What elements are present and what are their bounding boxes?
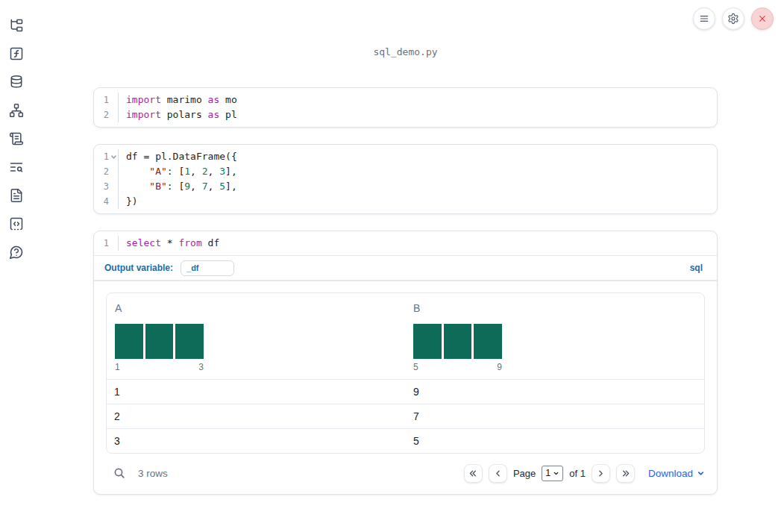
fold-chevron-icon bbox=[110, 154, 117, 160]
line-number: 1 bbox=[104, 236, 109, 251]
sidebar-item-file-explorer[interactable] bbox=[8, 17, 25, 34]
sidebar-item-data-sources[interactable] bbox=[8, 74, 25, 90]
chevrons-left-icon bbox=[468, 469, 478, 478]
close-x-icon bbox=[756, 13, 768, 25]
sidebar-item-scratchpad[interactable] bbox=[8, 131, 25, 147]
table-cell: 7 bbox=[405, 410, 704, 422]
line-number: 4 bbox=[104, 194, 109, 209]
download-label: Download bbox=[648, 468, 693, 479]
first-page-button[interactable] bbox=[464, 464, 483, 483]
cell-sql[interactable]: 1select * from df Output variable: sql A… bbox=[93, 231, 718, 495]
sidebar-item-snippets[interactable] bbox=[8, 216, 25, 232]
next-page-button[interactable] bbox=[592, 464, 610, 483]
line-number-gutter: 2 bbox=[94, 107, 119, 122]
fold-slot bbox=[109, 107, 118, 122]
code-line[interactable]: 4}) bbox=[94, 194, 717, 209]
code-text: import marimo as mo bbox=[119, 93, 237, 107]
table-row[interactable]: 35 bbox=[107, 428, 704, 453]
notebook-area: sql_demo.py 1import marimo as mo2import … bbox=[33, 0, 778, 495]
sql-editor[interactable]: 1select * from df bbox=[94, 231, 717, 255]
chevrons-right-icon bbox=[621, 469, 630, 478]
code-text: }) bbox=[119, 194, 138, 209]
code-text: "A": [1, 2, 3], bbox=[119, 164, 237, 179]
chevron-down-icon bbox=[697, 469, 705, 478]
file-text-icon bbox=[9, 188, 24, 203]
sidebar-item-documentation[interactable] bbox=[8, 187, 25, 204]
line-number: 1 bbox=[104, 149, 109, 164]
network-icon bbox=[9, 103, 24, 118]
cell-dataframe[interactable]: 1df = pl.DataFrame({2 "A": [1, 2, 3],3 "… bbox=[93, 144, 718, 214]
table-cell: 1 bbox=[107, 386, 405, 398]
last-page-button[interactable] bbox=[616, 464, 635, 483]
histogram-bar bbox=[474, 324, 502, 359]
chevron-left-icon bbox=[493, 469, 503, 478]
line-number: 2 bbox=[104, 164, 109, 179]
code-line[interactable]: 2 "A": [1, 2, 3], bbox=[94, 164, 717, 179]
table-body: 192735 bbox=[107, 379, 704, 453]
notebook-controls bbox=[693, 7, 774, 30]
code-editor[interactable]: 1import marimo as mo2import polars as pl bbox=[94, 88, 717, 127]
sidebar-item-logs[interactable] bbox=[8, 159, 25, 175]
menu-button[interactable] bbox=[693, 7, 715, 30]
histogram-bar bbox=[444, 324, 472, 359]
cell-imports[interactable]: 1import marimo as mo2import polars as pl bbox=[93, 87, 718, 128]
column-header-b[interactable]: B 5 9 bbox=[405, 293, 704, 379]
code-line[interactable]: 1df = pl.DataFrame({ bbox=[94, 149, 717, 164]
histogram-bar bbox=[145, 324, 174, 359]
code-text: df = pl.DataFrame({ bbox=[119, 149, 237, 164]
column-label: B bbox=[413, 302, 704, 314]
table-cell: 3 bbox=[107, 435, 405, 447]
code-line[interactable]: 1import marimo as mo bbox=[94, 93, 717, 107]
page-select[interactable]: 1 bbox=[542, 466, 563, 481]
shutdown-button[interactable] bbox=[751, 7, 774, 30]
hamburger-menu-icon bbox=[698, 13, 710, 25]
column-histogram bbox=[413, 324, 502, 359]
line-number: 2 bbox=[104, 107, 109, 122]
output-variable-input[interactable] bbox=[181, 260, 234, 276]
fold-slot bbox=[109, 93, 118, 107]
hist-max-label: 9 bbox=[497, 362, 502, 372]
histogram-bar bbox=[115, 324, 143, 359]
column-header-a[interactable]: A 1 3 bbox=[107, 293, 405, 379]
cell-list: 1import marimo as mo2import polars as pl… bbox=[93, 87, 718, 495]
line-number-gutter: 4 bbox=[94, 194, 119, 209]
download-button[interactable]: Download bbox=[648, 468, 705, 479]
fold-slot bbox=[109, 179, 118, 194]
line-number-gutter: 3 bbox=[94, 179, 119, 194]
search-icon[interactable] bbox=[106, 467, 126, 480]
table-footer: 3 rows Page bbox=[106, 458, 705, 488]
code-line[interactable]: 3 "B": [9, 7, 5], bbox=[94, 179, 717, 194]
sidebar-item-help[interactable] bbox=[8, 244, 25, 260]
code-editor[interactable]: 1df = pl.DataFrame({2 "A": [1, 2, 3],3 "… bbox=[94, 145, 717, 213]
table-cell: 2 bbox=[107, 410, 405, 422]
sidebar-item-variables[interactable] bbox=[8, 46, 25, 62]
histogram-bar bbox=[175, 324, 204, 359]
notebook-filename: sql_demo.py bbox=[33, 0, 778, 57]
helper-sidebar bbox=[0, 0, 33, 532]
table-header: A 1 3 B 5 9 bbox=[107, 293, 704, 379]
settings-button[interactable] bbox=[722, 7, 744, 30]
code-text: "B": [9, 7, 5], bbox=[119, 179, 237, 194]
sidebar-item-dependency-graph[interactable] bbox=[8, 102, 25, 119]
table-cell: 5 bbox=[405, 435, 704, 447]
column-label: A bbox=[115, 302, 405, 314]
code-square-icon bbox=[9, 216, 24, 231]
histogram-bar bbox=[413, 324, 442, 359]
fold-toggle[interactable] bbox=[109, 149, 118, 164]
line-number-gutter: 1 bbox=[94, 236, 119, 251]
code-line[interactable]: 2import polars as pl bbox=[94, 107, 717, 122]
table-row[interactable]: 27 bbox=[107, 404, 704, 428]
list-search-icon bbox=[9, 160, 24, 175]
hist-max-label: 3 bbox=[198, 362, 204, 372]
table-row[interactable]: 19 bbox=[107, 379, 704, 404]
previous-page-button[interactable] bbox=[489, 464, 507, 483]
page-select-value: 1 bbox=[545, 468, 550, 478]
scroll-icon bbox=[9, 131, 24, 146]
line-number-gutter: 2 bbox=[94, 164, 119, 179]
page-total-label: of 1 bbox=[569, 468, 586, 479]
histogram-ticks: 5 9 bbox=[413, 362, 502, 372]
hist-min-label: 5 bbox=[413, 362, 418, 372]
code-line[interactable]: 1select * from df bbox=[94, 236, 717, 251]
line-number: 1 bbox=[104, 93, 109, 107]
database-icon bbox=[9, 75, 24, 90]
